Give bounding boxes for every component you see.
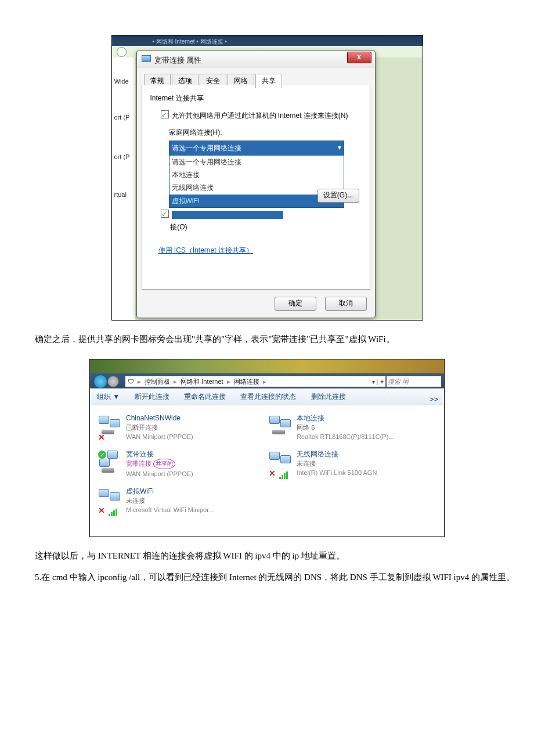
figure-1: • 网络和 Internet • 网络连接 • Wide ort (P ort …	[17, 35, 517, 321]
allow-control-suffix: 接(O)	[170, 223, 187, 231]
conn-name: 虚拟WiFi	[126, 487, 265, 496]
hidden-overlap: XXXXXXXXXXXXXXXXXXXXXXXX	[172, 211, 283, 219]
toolbar-delete[interactable]: 删除此连接	[311, 388, 346, 405]
toolbar-more[interactable]: >>	[430, 391, 438, 408]
conn-status: 未连接	[126, 496, 265, 505]
connections-grid: ✕ ChinaNetSNWide 已断开连接 WAN Miniport (PPP…	[90, 405, 444, 523]
figure-2: 🛡 ▸ 控制面板 ▸ 网络和 Internet ▸ 网络连接 ▸ ▾ | ✦ 搜…	[17, 359, 517, 537]
properties-dialog: 宽带连接 属性 x 常规 选项 安全 网络 共享 Internet 连接共享 允…	[136, 50, 376, 318]
paragraph-3: 5.在 cmd 中输入 ipconfig /all，可以看到已经连接到 Inte…	[17, 570, 517, 585]
window-chrome-top	[90, 359, 444, 373]
toolbar-status[interactable]: 查看此连接的状态	[240, 388, 296, 405]
ics-help-link[interactable]: 使用 ICS（Internet 连接共享）	[158, 244, 253, 256]
sep-icon: ▸	[136, 378, 143, 385]
allow-control-row[interactable]: XXXXXXXXXXXXXXXXXXXXXXXX 接(O)	[161, 209, 362, 233]
toolbar-rename[interactable]: 重命名此连接	[184, 388, 226, 405]
shared-badge: 共享的	[153, 459, 175, 469]
network-icon: ✕	[97, 415, 121, 438]
settings-button[interactable]: 设置(G)...	[317, 189, 359, 203]
screenshot-properties-dialog: • 网络和 Internet • 网络连接 • Wide ort (P ort …	[111, 35, 423, 321]
side-label-wide: Wide	[113, 75, 130, 88]
back-button[interactable]	[93, 375, 107, 388]
conn-virtualwifi[interactable]: ✕ 虚拟WiFi 未连接 Microsoft Virtual WiFi Mini…	[97, 487, 265, 514]
conn-name: 无线网络连接	[297, 449, 436, 459]
home-network-label: 家庭网络连接(H):	[169, 127, 362, 138]
network-icon	[268, 415, 292, 438]
breadcrumb-icon: 🛡	[128, 378, 134, 385]
allow-sharing-checkbox[interactable]	[161, 110, 169, 118]
conn-chinanet[interactable]: ✕ ChinaNetSNWide 已断开连接 WAN Miniport (PPP…	[97, 413, 265, 441]
side-label-ort1: ort (P	[113, 111, 131, 124]
forward-button[interactable]	[107, 376, 119, 387]
close-button[interactable]: x	[347, 52, 371, 63]
dropdown-selected[interactable]: 请选一个专用网络连接	[169, 141, 344, 155]
ok-button[interactable]: 确定	[275, 297, 316, 311]
toolbar-organize[interactable]: 组织 ▼	[97, 388, 120, 405]
paragraph-2: 这样做以后，与 INTERNET 相连的连接会将虚拟 WIFI 的 ipv4 中…	[17, 549, 517, 564]
conn-name: 本地连接	[297, 413, 436, 423]
dialog-title: 宽带连接 属性	[154, 54, 202, 67]
sep-icon: ▸	[261, 378, 268, 385]
dropdown-opt-placeholder[interactable]: 请选一个专用网络连接	[169, 156, 344, 168]
crumb-control-panel[interactable]: 控制面板	[145, 378, 170, 385]
conn-wireless[interactable]: ✕ 无线网络连接 未连接 Intel(R) WiFi Link 5100 AGN	[268, 449, 436, 477]
toolbar-disconnect[interactable]: 断开此连接	[135, 388, 169, 405]
paragraph-1: 确定之后，提供共享的网卡图标旁会出现"共享的"字样，表示"宽带连接"已共享至"虚…	[17, 332, 517, 347]
conn-name: ChinaNetSNWide	[126, 413, 265, 423]
conn-device: Microsoft Virtual WiFi Minipor...	[126, 505, 265, 514]
side-label-ort2: ort (P	[113, 150, 131, 164]
conn-device: WAN Miniport (PPPOE)	[126, 469, 265, 478]
cancel-button[interactable]: 取消	[325, 297, 367, 311]
sep-icon: ▸	[172, 378, 179, 385]
conn-broadband[interactable]: ✓ 宽带连接 宽带连接 共享的 WAN Miniport (PPPOE)	[97, 449, 265, 478]
conn-status: 网络 6	[297, 423, 436, 432]
conn-status: 宽带连接 共享的	[126, 459, 265, 469]
dialog-titlebar[interactable]: 宽带连接 属性 x	[137, 51, 375, 67]
allow-sharing-label: 允许其他网络用户通过此计算机的 Internet 连接来连接(N)	[172, 111, 348, 120]
refresh-dropdown-icon[interactable]: ▾ | ✦	[372, 377, 384, 387]
screenshot-network-connections: 🛡 ▸ 控制面板 ▸ 网络和 Internet ▸ 网络连接 ▸ ▾ | ✦ 搜…	[89, 359, 445, 537]
side-label-rtual: rtual	[113, 188, 128, 201]
crumb-network-internet[interactable]: 网络和 Internet	[181, 378, 223, 385]
window-titlebar-bg: • 网络和 Internet • 网络连接 •	[112, 35, 423, 46]
conn-local[interactable]: 本地连接 网络 6 Realtek RTL8168C(P)/8111C(P)..…	[268, 413, 436, 441]
conn-device: WAN Miniport (PPPOE)	[126, 432, 265, 441]
dialog-button-row: 确定 取消	[269, 295, 366, 311]
toolbar: 组织 ▼ 断开此连接 重命名此连接 查看此连接的状态 删除此连接 >>	[90, 388, 444, 405]
dropdown-opt-local[interactable]: 本地连接	[169, 168, 344, 181]
group-label: Internet 连接共享	[150, 92, 362, 104]
crumb-network-connections[interactable]: 网络连接	[234, 378, 259, 385]
network-icon: ✓	[97, 451, 121, 474]
connection-icon	[142, 55, 151, 62]
conn-device: Intel(R) WiFi Link 5100 AGN	[297, 468, 436, 477]
conn-status: 已断开连接	[126, 423, 265, 432]
window-side-bg: Wide ort (P ort (P rtual	[112, 57, 135, 320]
sep-icon: ▸	[225, 378, 232, 385]
wifi-icon: ✕	[97, 488, 121, 511]
search-input[interactable]: 搜索 网	[386, 376, 442, 387]
conn-name: 宽带连接	[126, 449, 265, 459]
conn-status: 未连接	[297, 459, 436, 468]
address-bar-row: 🛡 ▸ 控制面板 ▸ 网络和 Internet ▸ 网络连接 ▸ ▾ | ✦ 搜…	[90, 373, 444, 388]
allow-control-checkbox[interactable]	[161, 210, 169, 218]
allow-sharing-row[interactable]: 允许其他网络用户通过此计算机的 Internet 连接来连接(N)	[161, 110, 362, 121]
breadcrumb[interactable]: 🛡 ▸ 控制面板 ▸ 网络和 Internet ▸ 网络连接 ▸ ▾ | ✦	[125, 376, 386, 387]
tab-sharing[interactable]: 共享	[255, 74, 282, 88]
conn-device: Realtek RTL8168C(P)/8111C(P)...	[297, 432, 436, 441]
wifi-icon: ✕	[268, 451, 292, 474]
sharing-pane: Internet 连接共享 允许其他网络用户通过此计算机的 Internet 连…	[142, 85, 370, 290]
